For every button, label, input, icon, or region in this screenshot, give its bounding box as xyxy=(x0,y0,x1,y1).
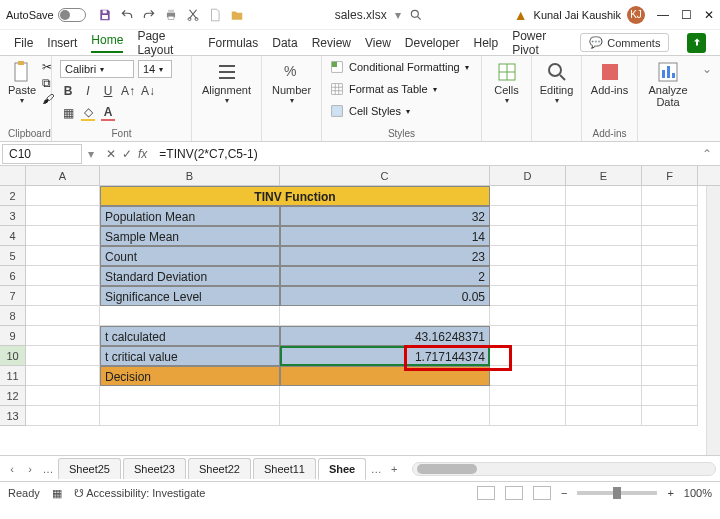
tab-powerpivot[interactable]: Power Pivot xyxy=(512,29,566,57)
vertical-scrollbar[interactable] xyxy=(706,186,720,455)
cell[interactable] xyxy=(490,226,566,246)
comments-button[interactable]: 💬 Comments xyxy=(580,33,669,52)
autosave-toggle[interactable]: AutoSave xyxy=(6,8,86,22)
macro-icon[interactable]: ▦ xyxy=(52,487,62,500)
font-size-select[interactable]: 14▾ xyxy=(138,60,172,78)
zoom-slider[interactable] xyxy=(577,491,657,495)
font-name-select[interactable]: Calibri▾ xyxy=(60,60,134,78)
sheet-tab-active[interactable]: Shee xyxy=(318,458,366,480)
value-cell[interactable]: 14 xyxy=(280,226,490,246)
row-header[interactable]: 4 xyxy=(0,226,26,246)
cell[interactable] xyxy=(566,406,642,426)
row-header[interactable]: 11 xyxy=(0,366,26,386)
font-color-button[interactable]: A xyxy=(100,105,116,121)
cell[interactable] xyxy=(642,386,698,406)
cell-styles-button[interactable]: Cell Styles▾ xyxy=(330,104,473,118)
number-button[interactable]: % Number ▾ xyxy=(270,60,313,105)
tab-help[interactable]: Help xyxy=(474,36,499,50)
tab-home[interactable]: Home xyxy=(91,33,123,53)
cell[interactable] xyxy=(490,186,566,206)
cell[interactable] xyxy=(566,286,642,306)
row-header[interactable]: 3 xyxy=(0,206,26,226)
sheet-tab[interactable]: Sheet22 xyxy=(188,458,251,479)
fx-icon[interactable]: fx xyxy=(138,147,147,161)
share-button[interactable] xyxy=(687,33,706,53)
print-icon[interactable] xyxy=(164,8,178,22)
warning-icon[interactable]: ▲ xyxy=(514,7,528,23)
tab-view[interactable]: View xyxy=(365,36,391,50)
cells-button[interactable]: Cells ▾ xyxy=(490,60,523,105)
format-as-table-button[interactable]: Format as Table▾ xyxy=(330,82,473,96)
fill-color-button[interactable]: ◇ xyxy=(80,105,96,121)
tab-insert[interactable]: Insert xyxy=(47,36,77,50)
cell[interactable] xyxy=(642,406,698,426)
row-header[interactable]: 9 xyxy=(0,326,26,346)
cell[interactable] xyxy=(26,326,100,346)
cell[interactable] xyxy=(490,326,566,346)
tab-developer[interactable]: Developer xyxy=(405,36,460,50)
row-header[interactable]: 7 xyxy=(0,286,26,306)
row-header[interactable]: 8 xyxy=(0,306,26,326)
zoom-out-button[interactable]: − xyxy=(561,487,567,499)
sheet-tab[interactable]: Sheet25 xyxy=(58,458,121,479)
open-icon[interactable] xyxy=(230,8,244,22)
label-cell[interactable]: Standard Deviation xyxy=(100,266,280,286)
cell[interactable] xyxy=(26,306,100,326)
view-pagebreak-icon[interactable] xyxy=(533,486,551,500)
cell[interactable] xyxy=(26,206,100,226)
tab-pagelayout[interactable]: Page Layout xyxy=(137,29,194,57)
undo-icon[interactable] xyxy=(120,8,134,22)
cut-icon[interactable] xyxy=(186,8,200,22)
formula-input[interactable]: =TINV(2*C7,C5-1) xyxy=(155,145,694,163)
cell[interactable] xyxy=(566,246,642,266)
col-header-C[interactable]: C xyxy=(280,166,490,185)
col-header-B[interactable]: B xyxy=(100,166,280,185)
decrease-font-icon[interactable]: A↓ xyxy=(140,83,156,99)
italic-button[interactable]: I xyxy=(80,83,96,99)
col-header-E[interactable]: E xyxy=(566,166,642,185)
avatar[interactable]: KJ xyxy=(627,6,645,24)
cell[interactable] xyxy=(566,326,642,346)
sheet-tab-overflow[interactable]: … xyxy=(368,463,384,475)
cell[interactable] xyxy=(26,226,100,246)
underline-button[interactable]: U xyxy=(100,83,116,99)
title-cell[interactable]: TINV Function xyxy=(100,186,490,206)
minimize-icon[interactable]: — xyxy=(657,8,669,22)
cell[interactable] xyxy=(26,266,100,286)
horizontal-scrollbar[interactable] xyxy=(412,462,716,476)
cell[interactable] xyxy=(642,326,698,346)
row-header[interactable]: 10 xyxy=(0,346,26,366)
cell[interactable] xyxy=(642,266,698,286)
cell[interactable] xyxy=(642,346,698,366)
select-all-corner[interactable] xyxy=(0,166,26,185)
cell[interactable] xyxy=(566,306,642,326)
cell[interactable] xyxy=(100,386,280,406)
namebox-chevron-icon[interactable]: ▾ xyxy=(84,147,98,161)
conditional-formatting-button[interactable]: Conditional Formatting▾ xyxy=(330,60,473,74)
value-cell[interactable] xyxy=(280,366,490,386)
value-cell[interactable]: 0.05 xyxy=(280,286,490,306)
label-cell[interactable]: Count xyxy=(100,246,280,266)
border-button[interactable]: ▦ xyxy=(60,105,76,121)
col-header-A[interactable]: A xyxy=(26,166,100,185)
label-cell[interactable]: Sample Mean xyxy=(100,226,280,246)
cell[interactable] xyxy=(490,246,566,266)
name-box[interactable]: C10 xyxy=(2,144,82,164)
col-header-F[interactable]: F xyxy=(642,166,698,185)
cell[interactable] xyxy=(26,286,100,306)
cell[interactable] xyxy=(642,206,698,226)
scrollbar-thumb[interactable] xyxy=(417,464,477,474)
label-cell[interactable]: Population Mean xyxy=(100,206,280,226)
view-pagelayout-icon[interactable] xyxy=(505,486,523,500)
cell[interactable] xyxy=(642,226,698,246)
value-cell[interactable]: 2 xyxy=(280,266,490,286)
cell[interactable] xyxy=(100,406,280,426)
zoom-in-button[interactable]: + xyxy=(667,487,673,499)
analyze-data-button[interactable]: Analyze Data xyxy=(646,60,690,108)
toggle-switch-icon[interactable] xyxy=(58,8,86,22)
sheet-nav-prev[interactable]: ‹ xyxy=(4,463,20,475)
cell[interactable] xyxy=(642,306,698,326)
cancel-formula-icon[interactable]: ✕ xyxy=(106,147,116,161)
close-icon[interactable]: ✕ xyxy=(704,8,714,22)
row-header[interactable]: 6 xyxy=(0,266,26,286)
